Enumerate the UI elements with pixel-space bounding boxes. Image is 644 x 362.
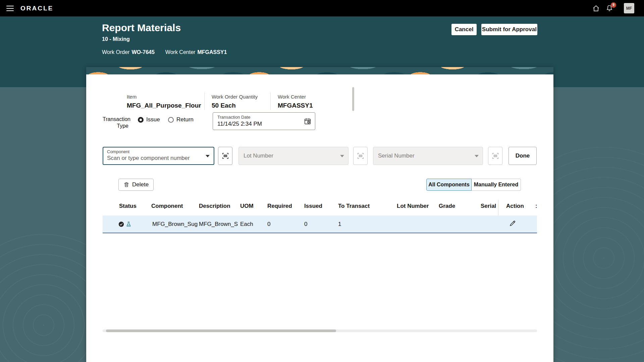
completed-status-icon bbox=[118, 221, 124, 227]
column-header-uom[interactable]: UOM bbox=[240, 203, 254, 209]
transaction-type-label: Transaction Type bbox=[103, 116, 128, 129]
edit-action-button[interactable] bbox=[509, 220, 516, 229]
work-order-quantity-info: Work Order Quantity 50 Each bbox=[212, 94, 258, 109]
barcode-icon bbox=[492, 152, 499, 160]
row-status bbox=[118, 221, 131, 227]
delete-button[interactable]: Delete bbox=[118, 179, 154, 191]
notification-badge: 9 bbox=[611, 2, 616, 8]
decorative-banner bbox=[86, 67, 553, 74]
column-header-partial: : bbox=[535, 203, 537, 209]
lot-number-select: Lot Number bbox=[238, 147, 348, 165]
info-scrollbar-thumb[interactable] bbox=[352, 87, 354, 111]
component-input[interactable] bbox=[107, 155, 202, 162]
radio-unselected-icon bbox=[168, 117, 174, 123]
done-button[interactable]: Done bbox=[508, 147, 537, 165]
work-center-label: Work Center bbox=[165, 49, 196, 55]
component-type-icon bbox=[126, 221, 131, 227]
transaction-date-label: Transaction Date bbox=[217, 115, 300, 120]
column-header-status[interactable]: Status bbox=[119, 203, 137, 209]
topbar: ORACLE 9 MF bbox=[0, 0, 644, 16]
item-info: Item MFG_All_Purpose_Flour bbox=[127, 94, 201, 109]
avatar[interactable]: MF bbox=[624, 3, 634, 13]
topbar-actions: 9 MF bbox=[592, 3, 644, 13]
column-header-description[interactable]: Description bbox=[199, 203, 230, 209]
page-subtitle: 10 - Mixing bbox=[102, 36, 130, 42]
filter-manually-entered[interactable]: Manually Entered bbox=[472, 179, 521, 191]
serial-scan-button bbox=[488, 147, 502, 165]
return-radio[interactable]: Return bbox=[168, 116, 194, 123]
issue-radio-label: Issue bbox=[146, 116, 160, 123]
serial-number-select: Serial Number bbox=[373, 147, 483, 165]
barcode-icon bbox=[357, 152, 364, 160]
transaction-date-field[interactable]: Transaction Date 11/14/25 2:34 PM bbox=[213, 112, 315, 130]
row-issued: 0 bbox=[304, 221, 307, 228]
work-order-info: Work Order WO-7645 Work Center MFGASSY1 bbox=[102, 49, 227, 55]
work-center-label: Work Center bbox=[278, 94, 313, 100]
work-center-info: Work Center MFGASSY1 bbox=[278, 94, 313, 109]
item-value: MFG_All_Purpose_Flour bbox=[127, 102, 201, 109]
item-label: Item bbox=[127, 94, 201, 100]
component-filter-toggle: All Components Manually Entered bbox=[426, 179, 521, 191]
column-header-required[interactable]: Required bbox=[267, 203, 292, 209]
filter-all-components[interactable]: All Components bbox=[426, 179, 472, 191]
work-center-value: MFGASSY1 bbox=[278, 102, 313, 109]
column-header-issued[interactable]: Issued bbox=[304, 203, 322, 209]
radio-selected-icon bbox=[138, 117, 144, 123]
calendar-icon[interactable] bbox=[304, 118, 311, 125]
transaction-date-value: 11/14/25 2:34 PM bbox=[217, 121, 300, 127]
horizontal-scrollbar-thumb[interactable] bbox=[106, 329, 336, 332]
notifications-button[interactable]: 9 bbox=[606, 5, 613, 12]
divider bbox=[270, 92, 271, 110]
horizontal-scrollbar-track[interactable] bbox=[103, 329, 537, 332]
barcode-icon bbox=[222, 152, 229, 160]
serial-number-label: Serial Number bbox=[378, 153, 415, 159]
page-title: Report Materials bbox=[102, 22, 181, 34]
home-icon bbox=[592, 5, 600, 12]
issue-radio[interactable]: Issue bbox=[138, 116, 160, 123]
column-header-serial-number[interactable]: Serial N bbox=[481, 203, 498, 209]
lot-number-label: Lot Number bbox=[244, 153, 273, 159]
work-center-value: MFGASSY1 bbox=[197, 49, 227, 55]
column-header-lot-number[interactable]: Lot Number bbox=[397, 203, 429, 209]
oracle-logo: ORACLE bbox=[20, 5, 53, 12]
column-header-component[interactable]: Component bbox=[151, 203, 183, 209]
row-to-transact: 1 bbox=[338, 221, 341, 228]
home-button[interactable] bbox=[592, 5, 600, 12]
component-combobox[interactable]: Component bbox=[103, 147, 214, 165]
component-label: Component bbox=[107, 149, 202, 154]
work-order-label: Work Order bbox=[102, 49, 129, 55]
row-required: 0 bbox=[267, 221, 270, 228]
column-header-to-transact[interactable]: To Transact bbox=[338, 203, 370, 209]
quantity-value: 50 Each bbox=[212, 102, 258, 109]
chevron-down-icon[interactable] bbox=[206, 155, 210, 157]
column-header-grade[interactable]: Grade bbox=[439, 203, 455, 209]
edit-icon bbox=[509, 220, 516, 227]
menu-icon[interactable] bbox=[6, 6, 14, 11]
trash-icon bbox=[123, 182, 129, 188]
row-uom: Each bbox=[240, 221, 253, 228]
quantity-label: Work Order Quantity bbox=[212, 94, 258, 100]
chevron-down-icon bbox=[340, 155, 344, 157]
divider bbox=[204, 92, 205, 110]
row-description: MFG_Brown_S bbox=[199, 221, 238, 228]
work-order-value: WO-7645 bbox=[131, 49, 154, 55]
table-row[interactable]: MFG_Brown_Sug MFG_Brown_S Each 0 0 1 bbox=[103, 216, 537, 233]
submit-for-approval-button[interactable]: Submit for Approval bbox=[481, 24, 537, 35]
return-radio-label: Return bbox=[176, 116, 194, 123]
chevron-down-icon bbox=[475, 155, 479, 157]
app: ORACLE 9 MF Report Materials 10 - Mixing… bbox=[0, 0, 644, 362]
delete-label: Delete bbox=[132, 181, 149, 188]
report-materials-card: Item MFG_All_Purpose_Flour Work Order Qu… bbox=[86, 67, 553, 362]
lot-scan-button bbox=[353, 147, 368, 165]
column-header-action[interactable]: Action bbox=[506, 203, 524, 209]
component-scan-button[interactable] bbox=[218, 147, 232, 165]
cancel-button[interactable]: Cancel bbox=[451, 24, 477, 35]
spacer bbox=[157, 49, 163, 55]
row-component: MFG_Brown_Sug bbox=[152, 221, 198, 228]
